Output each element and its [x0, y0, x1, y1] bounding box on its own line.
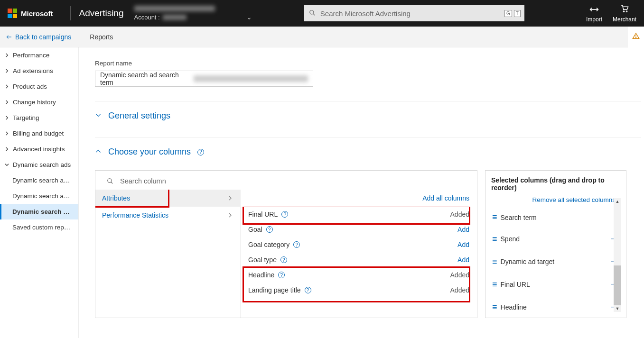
sidebar-sub-item[interactable]: Dynamic search ad c... [0, 188, 78, 204]
remove-all-selected-link[interactable]: Remove all selected columns [491, 192, 626, 207]
svg-point-8 [108, 179, 112, 183]
drag-handle-icon[interactable]: ≡ [492, 234, 496, 244]
scroll-up-arrow-icon[interactable]: ▲ [614, 198, 621, 205]
add-column-link[interactable]: Add [457, 226, 469, 233]
alerts-button[interactable] [628, 27, 644, 47]
sidebar-sub-item[interactable]: Dynamic search ad a... [0, 173, 78, 188]
svg-line-9 [111, 182, 113, 184]
drag-handle-icon[interactable]: ≡ [492, 212, 496, 222]
help-icon[interactable]: ? [280, 256, 287, 263]
search-placeholder: Search Microsoft Advertising [320, 9, 411, 18]
sidebar-item-saved-reports[interactable]: Saved custom reports [0, 219, 78, 235]
sidebar-item[interactable]: Targeting [0, 110, 78, 126]
scrollbar[interactable]: ▲ ▼ [614, 199, 621, 311]
selected-column-row[interactable]: ≡Search term [491, 207, 622, 228]
column-row: Landing page title ?Added [241, 283, 477, 298]
brand-word: Microsoft [21, 9, 53, 18]
chevron-right-icon [5, 53, 9, 57]
help-icon[interactable]: ? [305, 287, 311, 293]
selected-column-row[interactable]: ≡Headline− [491, 296, 622, 317]
global-search[interactable]: Search Microsoft Advertising G T [304, 5, 524, 21]
chevron-right-icon [228, 211, 233, 219]
sidebar-sub-item[interactable]: Dynamic search ad .. [0, 204, 78, 219]
column-added-label: Added [450, 210, 469, 218]
selected-columns-panel: Selected columns (drag and drop to reord… [485, 170, 626, 318]
sidebar-item-dynamic-search-ads[interactable]: Dynamic search ads [0, 157, 78, 173]
general-settings-section-toggle[interactable]: General settings [95, 109, 641, 123]
sidebar-item[interactable]: Product ads [0, 79, 78, 94]
category-item[interactable]: Attributes [95, 190, 240, 207]
column-row: Goal ?Add [241, 222, 477, 237]
chevron-right-icon [5, 84, 9, 89]
help-icon[interactable]: ? [281, 211, 288, 218]
chevron-right-icon [5, 147, 9, 151]
sidebar-item[interactable]: Ad extensions [0, 63, 78, 79]
back-to-campaigns-link[interactable]: Back to campaigns [0, 27, 80, 47]
microsoft-logo-icon [8, 9, 17, 18]
microsoft-logo[interactable]: Microsoft [8, 9, 62, 18]
category-item[interactable]: Performance Statistics [95, 207, 240, 224]
report-name-redacted: x [194, 75, 308, 82]
column-search-input[interactable]: Search column [95, 171, 477, 190]
chevron-right-icon [228, 194, 233, 202]
chevron-up-icon [95, 147, 102, 157]
account-selector[interactable]: x Account : x ⌄ [134, 6, 252, 21]
shortcut-tag-g: G [504, 10, 512, 17]
selected-column-row[interactable]: ≡Dynamic ad target− [491, 250, 622, 273]
add-all-columns-link[interactable]: Add all columns [241, 190, 477, 207]
divider [70, 6, 71, 20]
account-label: Account : [134, 14, 160, 21]
selected-column-row[interactable]: ≡Spend− [491, 228, 622, 250]
sub-bar: Back to campaigns Reports [0, 27, 644, 47]
svg-point-0 [310, 10, 314, 14]
drag-handle-icon[interactable]: ≡ [492, 257, 496, 267]
warning-icon [632, 32, 640, 42]
chevron-right-icon [5, 69, 9, 73]
chevron-down-icon[interactable]: ⌄ [246, 13, 252, 21]
sidebar-item[interactable]: Performance [0, 47, 78, 63]
selected-columns-title: Selected columns (drag and drop to reord… [491, 176, 626, 192]
svg-point-3 [623, 10, 624, 11]
sidebar: PerformanceAd extensionsProduct adsChang… [0, 47, 79, 338]
report-name-input[interactable]: Dynamic search ad search term x [95, 71, 313, 87]
import-button[interactable]: Import [586, 6, 602, 23]
sidebar-item[interactable]: Change history [0, 94, 78, 110]
help-icon[interactable]: ? [266, 226, 273, 233]
column-row: Headline ?Added [241, 267, 477, 283]
shortcut-tag-t: T [514, 10, 521, 17]
help-icon[interactable]: ? [293, 241, 300, 248]
column-row: Final URL ?Added [241, 207, 477, 222]
reports-tab[interactable]: Reports [80, 27, 122, 47]
sidebar-item[interactable]: Advanced insights [0, 141, 78, 157]
sidebar-item[interactable]: Billing and budget [0, 126, 78, 141]
chevron-down-icon [5, 163, 9, 167]
chevron-right-icon [5, 116, 9, 120]
category-list: AttributesPerformance Statistics [95, 190, 241, 318]
drag-handle-icon[interactable]: ≡ [492, 302, 496, 312]
merchant-button[interactable]: Merchant [613, 4, 636, 23]
column-row: Goal category ?Add [241, 237, 477, 252]
divider [95, 137, 641, 137]
scroll-down-arrow-icon[interactable]: ▼ [614, 305, 621, 312]
cart-icon [620, 4, 629, 14]
top-bar: Microsoft Advertising x Account : x ⌄ Se… [0, 0, 644, 27]
import-icon [589, 6, 599, 14]
drag-handle-icon[interactable]: ≡ [492, 280, 496, 290]
scrollbar-thumb[interactable] [614, 265, 621, 307]
help-icon[interactable]: ? [278, 272, 285, 278]
chevron-right-icon [5, 100, 9, 104]
svg-point-7 [635, 37, 636, 38]
chevron-down-icon [95, 111, 102, 121]
column-row: Goal type ?Add [241, 252, 477, 267]
product-name: Advertising [79, 8, 134, 18]
help-icon[interactable]: ? [197, 149, 204, 155]
add-column-link[interactable]: Add [457, 241, 469, 248]
svg-line-1 [313, 13, 315, 15]
report-name-label: Report name [95, 60, 641, 67]
content: Report name Dynamic search ad search ter… [79, 47, 644, 338]
add-column-link[interactable]: Add [457, 256, 469, 264]
column-added-label: Added [450, 271, 469, 279]
choose-columns-section-toggle[interactable]: Choose your columns ? [95, 145, 641, 159]
selected-column-row[interactable]: ≡Final URL− [491, 273, 622, 296]
chevron-right-icon [5, 131, 9, 136]
